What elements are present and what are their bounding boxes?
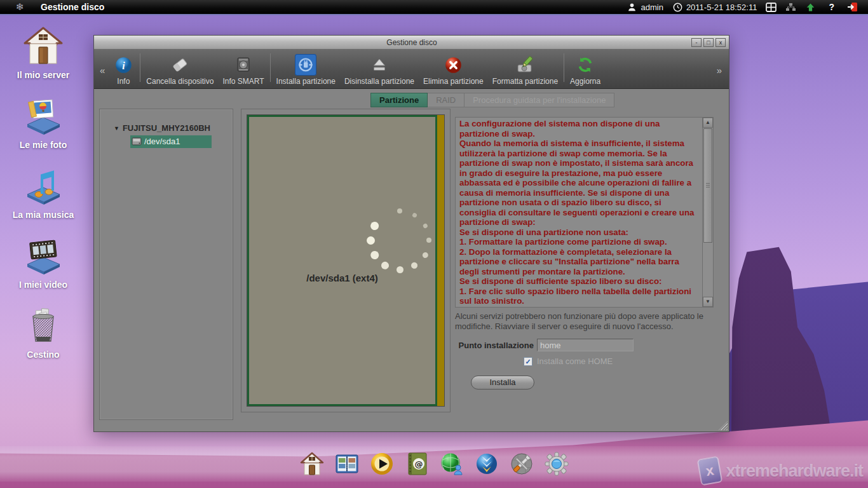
- partition-row-selected[interactable]: /dev/sda1: [130, 135, 212, 148]
- logout-icon[interactable]: [847, 2, 858, 13]
- toolbar-button-smart-info[interactable]: Info SMART: [218, 52, 268, 86]
- window-title: Gestione disco: [132, 38, 691, 47]
- disk-icon: [132, 137, 142, 146]
- server-home-icon: [5, 24, 81, 66]
- user-icon: [627, 2, 637, 13]
- scroll-thumb[interactable]: [703, 128, 712, 243]
- watermark-text: xtremehardware.it: [726, 461, 863, 481]
- scrollbar[interactable]: ▲ ▼: [702, 118, 713, 307]
- desktop-icon-photos[interactable]: Le mie foto: [5, 94, 81, 150]
- partition-name: /dev/sda1: [144, 137, 180, 146]
- format-icon: [514, 54, 536, 76]
- toolbar-button-refresh[interactable]: Aggiorna: [566, 52, 605, 86]
- toolbar-collapse-right[interactable]: »: [715, 65, 725, 86]
- toolbar-button-erase-device[interactable]: Cancella dispositivo: [142, 52, 218, 86]
- scroll-up-arrow[interactable]: ▲: [703, 118, 713, 128]
- window-resize-grip[interactable]: [719, 421, 728, 430]
- partition-block-free-space[interactable]: [437, 115, 444, 406]
- toolbar-button-delete-partition[interactable]: Elimina partizione: [419, 52, 488, 86]
- upload-arrow-icon[interactable]: [805, 2, 816, 13]
- watermark-logo-icon: x: [697, 456, 723, 485]
- toolbar-separator: [564, 53, 564, 82]
- dock-home-icon[interactable]: [299, 451, 325, 477]
- dock-settings-gear-icon[interactable]: [543, 451, 570, 477]
- music-icon: [5, 164, 81, 206]
- delete-icon: [442, 54, 464, 76]
- app-grid-icon[interactable]: [766, 2, 776, 13]
- home-checkbox[interactable]: ✓: [524, 357, 532, 366]
- smart-disk-icon: [233, 54, 254, 76]
- desktop-icon-server[interactable]: Il mio server: [5, 24, 81, 80]
- videos-icon: [5, 234, 81, 276]
- swap-warning-text: La configurazione del sistema non dispon…: [456, 118, 702, 307]
- dock-chat-globe-icon[interactable]: [438, 451, 465, 477]
- svg-text:@: @: [414, 459, 423, 469]
- service-notice-text: Alcuni servizi potrebbero non funzionare…: [455, 311, 714, 332]
- desktop-icon-label: La mia musica: [5, 210, 81, 220]
- toolbar-button-format-partition[interactable]: Formatta partizione: [488, 52, 562, 86]
- close-button[interactable]: x: [715, 38, 726, 47]
- partition-block-sda1[interactable]: /dev/sda1 (ext4): [247, 115, 437, 406]
- desktop-icon-label: Cestino: [5, 349, 81, 360]
- eject-icon: [369, 54, 390, 76]
- trash-icon: [5, 304, 81, 346]
- tab-install-wizard[interactable]: Procedura guidata per l'installazione: [465, 93, 614, 107]
- dock-media-player-icon[interactable]: [369, 451, 395, 477]
- clock-icon: [672, 2, 683, 13]
- window-titlebar[interactable]: Gestione disco - □ x: [94, 36, 729, 50]
- mount-point-label: Punto installazione: [447, 341, 534, 350]
- tab-partition[interactable]: Partizione: [370, 93, 428, 107]
- desktop-icon-music[interactable]: La mia musica: [5, 164, 81, 220]
- swap-info-box: La configurazione del sistema non dispon…: [455, 117, 714, 308]
- toolbar-separator: [140, 53, 140, 82]
- disk-management-window: Gestione disco - □ x « i Info Cancella d…: [93, 35, 729, 432]
- clock-indicator: 2011-5-21 18:52:11: [672, 2, 757, 13]
- tab-bar: Partizione RAID Procedura guidata per l'…: [370, 93, 614, 107]
- dock-download-globe-icon[interactable]: [473, 451, 500, 477]
- device-tree-panel: ▼ FUJITSU_MHY2160BH /dev/sda1: [99, 109, 233, 420]
- toolbar-button-info[interactable]: i Info: [108, 52, 139, 86]
- tab-raid[interactable]: RAID: [428, 93, 465, 107]
- toolbar-button-mount-partition[interactable]: Installa partizione: [272, 52, 340, 86]
- desktop-icon-label: Il mio server: [5, 70, 81, 80]
- tree-expand-icon[interactable]: ▼: [114, 125, 119, 132]
- mount-partition-icon: [295, 54, 316, 76]
- home-checkbox-label: Installa come HOME: [537, 356, 613, 366]
- partition-block-label: /dev/sda1 (ext4): [306, 273, 378, 283]
- toolbar-collapse-left[interactable]: «: [98, 65, 108, 86]
- device-name: FUJITSU_MHY2160BH: [123, 123, 210, 133]
- desktop-icon-label: I miei video: [5, 280, 81, 290]
- desktop-icon-label: Le mie foto: [5, 140, 81, 150]
- toolbar-separator: [270, 53, 271, 82]
- maximize-button[interactable]: □: [703, 38, 714, 47]
- system-logo-icon[interactable]: ❄: [14, 1, 25, 13]
- tree-node-device[interactable]: ▼ FUJITSU_MHY2160BH: [114, 123, 233, 133]
- mount-point-input[interactable]: [537, 339, 634, 351]
- tree-node-partition[interactable]: /dev/sda1: [130, 135, 233, 148]
- network-icon[interactable]: [785, 2, 796, 13]
- minimize-button[interactable]: -: [691, 38, 702, 47]
- photos-icon: [5, 94, 81, 136]
- topbar-app-title: Gestione disco: [41, 2, 104, 12]
- help-icon[interactable]: ?: [825, 2, 838, 12]
- svg-text:i: i: [122, 60, 125, 71]
- partition-graphic: /dev/sda1 (ext4): [247, 114, 445, 407]
- desktop-icon-videos[interactable]: I miei video: [5, 234, 81, 290]
- eraser-icon: [169, 54, 191, 76]
- partition-map-panel: /dev/sda1 (ext4): [241, 109, 451, 412]
- install-as-home-row: ✓ Installa come HOME: [524, 356, 613, 366]
- window-toolbar: « i Info Cancella dispositivo Info SMART: [94, 50, 729, 89]
- dock-tools-icon[interactable]: [508, 451, 535, 477]
- desktop-icon-trash[interactable]: Cestino: [5, 304, 81, 360]
- dock-address-book-icon[interactable]: @: [403, 451, 430, 477]
- dock-photo-album-icon[interactable]: [334, 451, 360, 477]
- refresh-icon: [574, 54, 596, 76]
- watermark: x xtremehardware.it: [699, 458, 863, 484]
- desktop: ❄ Gestione disco admin 2011-5-21 18:52:1…: [0, 0, 868, 488]
- info-icon: i: [112, 54, 134, 76]
- toolbar-button-unmount-partition[interactable]: Disinstalla partizione: [340, 52, 419, 86]
- datetime-text: 2011-5-21 18:52:11: [686, 3, 757, 12]
- top-menu-bar: ❄ Gestione disco admin 2011-5-21 18:52:1…: [0, 0, 868, 15]
- install-button[interactable]: Installa: [471, 376, 534, 390]
- scroll-down-arrow[interactable]: ▼: [703, 297, 713, 307]
